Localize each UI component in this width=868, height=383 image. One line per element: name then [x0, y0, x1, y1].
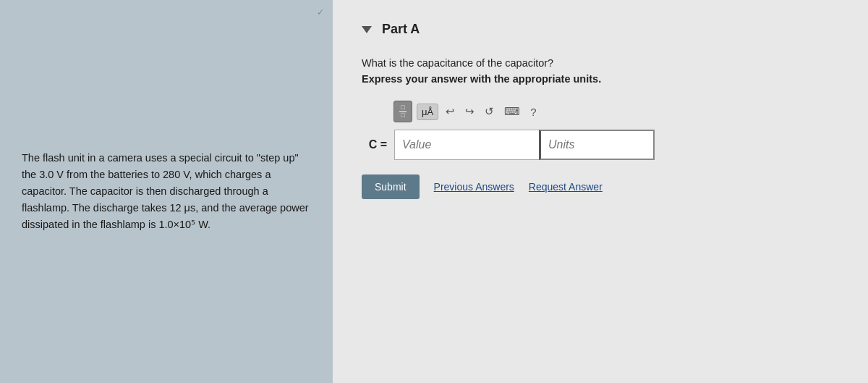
- part-header: Part A: [362, 22, 839, 37]
- undo-icon[interactable]: ↩: [443, 104, 458, 119]
- mu-button[interactable]: μÅ: [417, 104, 438, 120]
- part-title: Part A: [382, 22, 420, 37]
- input-toolbar: □ □ μÅ ↩ ↪ ↺ ⌨ ?: [393, 101, 839, 122]
- bottom-row: Submit Previous Answers Request Answer: [362, 174, 839, 199]
- equation-label: C =: [362, 138, 387, 151]
- fraction-bottom: □: [399, 112, 407, 119]
- help-icon[interactable]: ?: [527, 104, 539, 119]
- previous-answers-link[interactable]: Previous Answers: [434, 181, 514, 193]
- submit-button[interactable]: Submit: [362, 174, 420, 199]
- chevron-down-icon[interactable]: [362, 26, 372, 33]
- reset-icon[interactable]: ↺: [482, 104, 497, 119]
- value-input[interactable]: [394, 130, 539, 160]
- left-panel: ✓ The flash unit in a camera uses a spec…: [0, 0, 333, 383]
- request-answer-link[interactable]: Request Answer: [529, 181, 603, 193]
- fraction-button[interactable]: □ □: [393, 101, 412, 122]
- question-text: What is the capacitance of the capacitor…: [362, 57, 839, 69]
- units-input[interactable]: [539, 130, 655, 160]
- keyboard-icon[interactable]: ⌨: [501, 104, 523, 119]
- right-panel: Part A What is the capacitance of the ca…: [333, 0, 868, 383]
- redo-icon[interactable]: ↪: [462, 104, 477, 119]
- tick-mark: ✓: [317, 7, 324, 17]
- answer-row: C =: [362, 130, 839, 160]
- mu-label: μÅ: [422, 106, 433, 117]
- problem-text: The flash unit in a camera uses a specia…: [22, 150, 311, 234]
- question-subtext: Express your answer with the appropriate…: [362, 73, 839, 85]
